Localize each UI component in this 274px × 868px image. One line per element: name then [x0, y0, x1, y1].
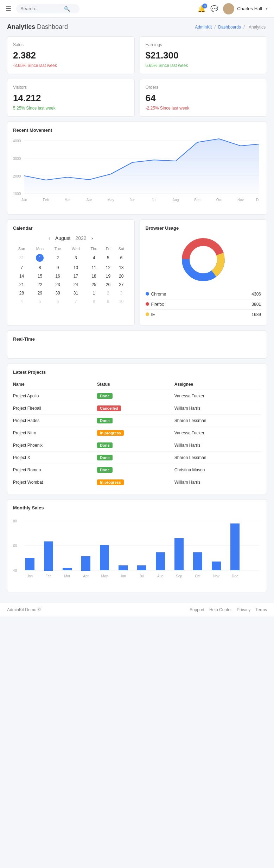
browser-usage-title: Browser Usage	[146, 225, 261, 231]
cal-dow-sat: Sat	[114, 245, 128, 252]
calendar-browser-row: Calendar ‹ August 2022 › Sun Mon Tue Wed…	[7, 219, 267, 326]
svg-point-0	[226, 5, 231, 10]
calendar-year: 2022	[75, 235, 86, 241]
cal-day[interactable]: 26	[102, 280, 114, 289]
calendar-next-button[interactable]: ›	[91, 235, 93, 241]
project-assignee: Christina Mason	[174, 464, 261, 476]
notifications-button[interactable]: 🔔 8	[198, 5, 205, 13]
cal-day[interactable]: 16	[50, 272, 66, 280]
cal-dow-mon: Mon	[30, 245, 50, 252]
cal-day[interactable]: 20	[114, 272, 128, 280]
cal-day[interactable]: 24	[66, 280, 85, 289]
cal-day[interactable]: 17	[66, 272, 85, 280]
ie-value: 1689	[251, 312, 261, 317]
svg-text:Jun: Jun	[120, 574, 126, 578]
project-status: Done	[94, 452, 174, 464]
cal-day[interactable]: 7	[66, 297, 85, 306]
cal-day[interactable]: 4	[13, 297, 30, 306]
breadcrumb-current: Analytics	[249, 25, 266, 30]
cal-day[interactable]: 30	[50, 289, 66, 297]
cal-day[interactable]: 7	[13, 264, 30, 272]
cal-day[interactable]: 1	[85, 289, 102, 297]
cal-day[interactable]: 9	[102, 297, 114, 306]
svg-text:Sep: Sep	[194, 198, 200, 202]
cal-dow-thu: Thu	[85, 245, 102, 252]
cal-day[interactable]: 31	[13, 252, 30, 264]
svg-text:40: 40	[13, 569, 17, 572]
cal-day[interactable]: 14	[13, 272, 30, 280]
svg-rect-37	[119, 565, 128, 570]
cal-day[interactable]: 23	[50, 280, 66, 289]
cal-day[interactable]: 2	[102, 289, 114, 297]
cal-day[interactable]: 9	[50, 264, 66, 272]
cal-day[interactable]: 8	[85, 297, 102, 306]
table-row: Project PhoenixDoneWilliam Harris	[13, 439, 261, 452]
cal-dow-tue: Tue	[50, 245, 66, 252]
svg-text:80: 80	[13, 519, 17, 523]
svg-text:Sep: Sep	[176, 574, 182, 578]
cal-day[interactable]: 12	[102, 264, 114, 272]
main-content: Analytics Dashboard AdminKit / Dashboard…	[0, 18, 274, 603]
cal-day[interactable]: 4	[85, 252, 102, 264]
footer-support[interactable]: Support	[190, 607, 204, 612]
svg-text:Oct: Oct	[216, 198, 222, 202]
cal-day[interactable]: 5	[102, 252, 114, 264]
stat-card-visitors: Visitors 14.212 5.25% Since last week	[7, 79, 135, 117]
footer-terms[interactable]: Terms	[255, 607, 267, 612]
stat-value-orders: 64	[146, 93, 261, 104]
search-input[interactable]	[20, 6, 63, 11]
cal-day[interactable]: 10	[114, 297, 128, 306]
cal-day[interactable]: 6	[114, 252, 128, 264]
svg-text:Aug: Aug	[157, 574, 164, 578]
cal-day[interactable]: 5	[30, 297, 50, 306]
cal-day[interactable]: 27	[114, 280, 128, 289]
stat-label-orders: Orders	[146, 85, 261, 90]
cal-day[interactable]: 19	[102, 272, 114, 280]
footer: AdminKit Demo © Support Help Center Priv…	[0, 603, 274, 616]
cal-day[interactable]: 21	[13, 280, 30, 289]
calendar-prev-button[interactable]: ‹	[49, 235, 50, 241]
cal-day[interactable]: 13	[114, 264, 128, 272]
svg-text:Nov: Nov	[213, 574, 219, 578]
project-name: Project Wombat	[13, 476, 94, 489]
footer-help-center[interactable]: Help Center	[209, 607, 232, 612]
table-row: Project XDoneSharon Lessman	[13, 452, 261, 464]
cal-day[interactable]: 31	[66, 289, 85, 297]
breadcrumb-adminkit[interactable]: AdminKit	[195, 25, 212, 30]
messages-button[interactable]: 💬	[210, 5, 218, 13]
cal-day[interactable]: 6	[50, 297, 66, 306]
recent-movement-card: Recent Movement 4000 3000 2000 1000	[7, 122, 267, 215]
stat-card-orders: Orders 64 -2.25% Since last week	[140, 79, 267, 117]
svg-text:May: May	[108, 198, 114, 202]
cal-day[interactable]: 29	[30, 289, 50, 297]
menu-icon[interactable]: ☰	[6, 5, 11, 13]
project-assignee: William Harris	[174, 402, 261, 415]
breadcrumb-dashboards[interactable]: Dashboards	[218, 25, 241, 30]
stat-label-visitors: Visitors	[13, 85, 129, 90]
cal-day[interactable]: 8	[30, 264, 50, 272]
cal-day[interactable]: 10	[66, 264, 85, 272]
user-menu[interactable]: Charles Hall ▼	[223, 3, 268, 14]
cal-day[interactable]: 15	[30, 272, 50, 280]
cal-day[interactable]: 3	[114, 289, 128, 297]
project-assignee: Vanessa Tucker	[174, 427, 261, 439]
project-status: In progress	[94, 427, 174, 439]
cal-day[interactable]: 2	[50, 252, 66, 264]
cal-day[interactable]: 22	[30, 280, 50, 289]
project-status: Done	[94, 415, 174, 427]
footer-privacy[interactable]: Privacy	[237, 607, 250, 612]
projects-header-row: Name Status Assignee	[13, 379, 261, 390]
stat-value-earnings: $21.300	[146, 50, 261, 61]
calendar-header: ‹ August 2022 ›	[13, 235, 129, 241]
cal-day[interactable]: 18	[85, 272, 102, 280]
cal-day[interactable]: 1	[30, 252, 50, 264]
svg-rect-34	[63, 568, 72, 570]
table-row: Project ApolloDoneVanessa Tucker	[13, 390, 261, 402]
cal-day[interactable]: 28	[13, 289, 30, 297]
cal-day[interactable]: 25	[85, 280, 102, 289]
cal-day[interactable]: 11	[85, 264, 102, 272]
avatar	[223, 3, 234, 14]
svg-text:Mar: Mar	[64, 574, 70, 578]
cal-day[interactable]: 3	[66, 252, 85, 264]
project-name: Project Romeo	[13, 464, 94, 476]
